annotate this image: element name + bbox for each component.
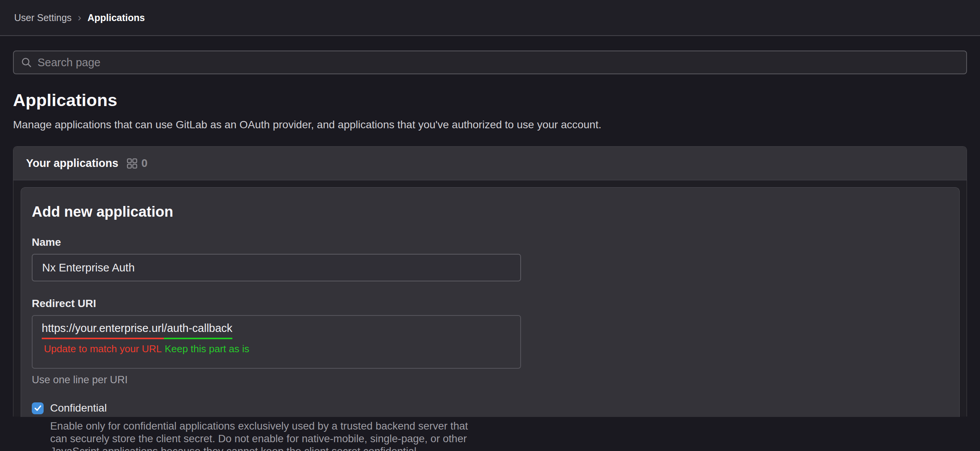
name-label: Name	[32, 236, 949, 248]
applications-grid-icon	[127, 158, 137, 169]
breadcrumb-separator-icon: ›	[78, 12, 81, 23]
annotation-update-url: Update to match your URL	[42, 343, 164, 355]
search-icon	[21, 57, 32, 68]
breadcrumb-bar: User Settings › Applications	[0, 0, 980, 36]
redirect-uri-label: Redirect URI	[32, 297, 949, 310]
confidential-help-line: JavaScript applications because they can…	[50, 445, 949, 451]
name-field[interactable]	[32, 254, 521, 281]
add-new-application-card: Add new application Name Redirect URI ht…	[21, 187, 960, 417]
page-description: Manage applications that can use GitLab …	[13, 119, 967, 131]
page-title: Applications	[13, 90, 967, 110]
confidential-help-text: Enable only for confidential application…	[50, 420, 949, 451]
redirect-uri-value: https://your.enterprise.url/auth-callbac…	[42, 322, 520, 335]
your-applications-header: Your applications 0	[13, 147, 967, 180]
confidential-help-line: can securely store the client secret. Do…	[50, 432, 949, 445]
redirect-uri-annotations: https://your.enterprise.url Update to ma…	[42, 340, 520, 355]
confidential-checkbox[interactable]	[32, 402, 44, 414]
breadcrumb-applications: Applications	[87, 12, 145, 23]
annotation-keep-part: Keep this part as is	[164, 343, 249, 355]
your-applications-title: Your applications	[26, 157, 118, 170]
search-input[interactable]: Search page	[13, 51, 967, 74]
add-new-application-title: Add new application	[32, 204, 949, 220]
redirect-uri-host-segment: https://your.enterprise.url	[42, 322, 164, 339]
panel-body: Add new application Name Redirect URI ht…	[13, 180, 967, 417]
confidential-help-line: Enable only for confidential application…	[50, 420, 949, 432]
confidential-label[interactable]: Confidential	[50, 402, 107, 414]
redirect-uri-textarea[interactable]: https://your.enterprise.url/auth-callbac…	[32, 315, 521, 369]
breadcrumb-user-settings[interactable]: User Settings	[14, 12, 72, 23]
redirect-uri-hint: Use one line per URI	[32, 374, 949, 386]
search-placeholder: Search page	[38, 56, 100, 69]
applications-count-badge: 0	[141, 157, 147, 170]
your-applications-panel: Your applications 0 Add new application …	[13, 146, 967, 417]
redirect-uri-path-segment: /auth-callback	[164, 322, 232, 339]
checkmark-icon	[34, 404, 42, 412]
